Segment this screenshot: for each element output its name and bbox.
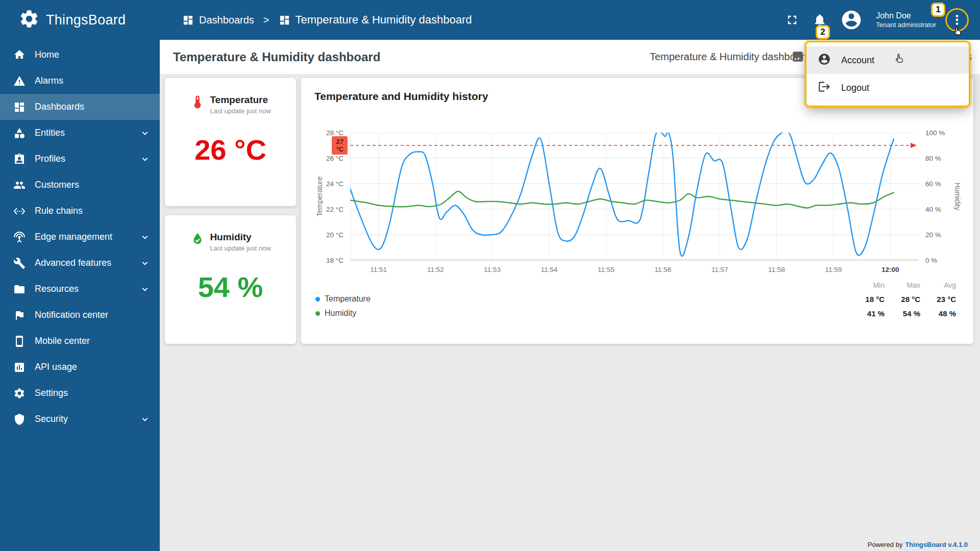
thingsboard-logo-icon xyxy=(18,8,40,32)
folder-icon xyxy=(13,283,26,295)
image-export-button[interactable] xyxy=(791,50,804,65)
temperature-subtitle: Last update just now xyxy=(210,107,271,115)
chart-canvas xyxy=(350,133,919,260)
dashboards-icon xyxy=(13,101,26,113)
menu-item-account[interactable]: Account xyxy=(806,46,969,74)
breadcrumb: Dashboards > Temperature & Humidity dash… xyxy=(182,13,472,27)
sidebar-item-settings[interactable]: Settings xyxy=(0,380,160,406)
sidebar-item-api-usage[interactable]: API usage xyxy=(0,354,160,380)
temperature-min: 18 °C xyxy=(849,295,885,304)
page-title: Temperature & Humidity dashboard xyxy=(173,50,380,64)
temperature-max: 28 °C xyxy=(885,295,920,304)
temperature-avg: 23 °C xyxy=(920,295,956,304)
sidebar-nav: Home Alarms Dashboards Entities Profiles… xyxy=(0,40,160,551)
user-dropdown-menu: Account Logout 2 xyxy=(806,42,969,106)
smartphone-icon xyxy=(13,335,26,347)
chart-legend: Min Max Avg Temperature 18 °C 28 °C 23 °… xyxy=(315,281,956,318)
sidebar-item-edge-management[interactable]: Edge management xyxy=(0,224,160,250)
rule-chain-icon xyxy=(13,205,26,217)
sidebar-item-home[interactable]: Home xyxy=(0,42,160,68)
more-vert-button[interactable] xyxy=(950,13,964,27)
chevron-down-icon xyxy=(139,232,151,243)
stat-header-max: Max xyxy=(885,281,920,289)
chevron-down-icon xyxy=(139,284,151,295)
wrench-icon xyxy=(13,257,26,269)
stat-header-min: Min xyxy=(849,281,885,289)
sidebar-item-advanced-features[interactable]: Advanced features xyxy=(0,250,160,276)
version-link[interactable]: ThingsBoard v.4.1.0 xyxy=(905,541,968,548)
sidebar-item-dashboards[interactable]: Dashboards xyxy=(0,94,160,120)
chevron-down-icon xyxy=(139,128,151,139)
legend-item-temperature[interactable]: Temperature xyxy=(315,294,849,304)
chart-title: Temperature and Humidity history xyxy=(314,90,488,103)
cursor-icon xyxy=(894,53,905,66)
dashboard-icon xyxy=(279,14,290,26)
breadcrumb-separator: > xyxy=(263,14,270,26)
thermometer-icon xyxy=(190,94,205,110)
legend-dot-humidity xyxy=(315,311,320,316)
humidity-min: 41 % xyxy=(849,309,885,318)
sidebar-item-resources[interactable]: Resources xyxy=(0,276,160,302)
sidebar-item-profiles[interactable]: Profiles xyxy=(0,146,160,172)
breadcrumb-dashboards[interactable]: Dashboards xyxy=(182,14,254,26)
breadcrumb-current-dashboard[interactable]: Temperature & Humidity dashboard xyxy=(279,13,472,27)
badge-icon xyxy=(13,153,26,165)
annotation-step-2-badge: 2 xyxy=(816,25,830,39)
dashboard-icon xyxy=(182,14,194,26)
chart-icon xyxy=(13,361,26,373)
user-role: Tenant administrator xyxy=(876,21,936,29)
humidity-max: 54 % xyxy=(885,309,920,318)
menu-item-logout[interactable]: Logout xyxy=(806,74,969,102)
threshold-label: 27 °C xyxy=(332,136,348,155)
chevron-down-icon xyxy=(139,414,151,425)
annotation-step-1-badge: 1 xyxy=(931,3,945,17)
antenna-icon xyxy=(13,231,26,243)
chevron-down-icon xyxy=(139,154,151,165)
sidebar-item-notification-center[interactable]: Notification center xyxy=(0,302,160,328)
dashboard-content: Temperature Last update just now 26 °C H… xyxy=(160,74,980,551)
y-axis-right-title: Humidity xyxy=(953,183,962,210)
user-info: John Doe Tenant administrator xyxy=(876,11,936,29)
home-icon xyxy=(13,49,26,61)
legend-dot-temperature xyxy=(315,297,320,302)
shield-icon xyxy=(13,413,26,425)
category-icon xyxy=(13,127,26,139)
app-name: ThingsBoard xyxy=(46,12,126,28)
temperature-widget-header: Temperature Last update just now xyxy=(165,94,296,115)
account-circle-icon xyxy=(840,9,863,31)
humidity-value: 54 % xyxy=(165,270,296,304)
gear-icon xyxy=(13,387,26,399)
history-chart-widget[interactable]: Temperature and Humidity history Tempera… xyxy=(301,78,973,344)
logout-icon xyxy=(818,80,831,96)
warning-icon xyxy=(13,75,26,87)
app-logo[interactable]: ThingsBoard xyxy=(0,8,160,32)
fullscreen-button[interactable] xyxy=(785,13,799,27)
cursor-icon xyxy=(952,26,963,38)
sidebar-item-alarms[interactable]: Alarms xyxy=(0,68,160,94)
stat-header-avg: Avg xyxy=(920,281,956,289)
sidebar-item-customers[interactable]: Customers xyxy=(0,172,160,198)
sidebar-item-mobile-center[interactable]: Mobile center xyxy=(0,328,160,354)
temperature-value: 26 °C xyxy=(165,133,296,166)
legend-item-humidity[interactable]: Humidity xyxy=(315,309,849,318)
y-axis-left-title: Temperature xyxy=(315,177,324,217)
humidity-widget-header: Humidity Last update just now xyxy=(165,232,296,252)
account-icon xyxy=(818,53,831,68)
sidebar-item-entities[interactable]: Entities xyxy=(0,120,160,146)
top-header: ThingsBoard Dashboards > Temperature & H… xyxy=(0,0,980,40)
temperature-widget[interactable]: Temperature Last update just now 26 °C xyxy=(165,78,296,206)
user-menu-anchor: 1 xyxy=(950,13,964,27)
sidebar-item-rule-chains[interactable]: Rule chains xyxy=(0,198,160,224)
avatar[interactable] xyxy=(840,9,863,31)
image-icon xyxy=(791,50,804,63)
flag-icon xyxy=(13,309,26,321)
humidity-widget[interactable]: Humidity Last update just now 54 % xyxy=(165,215,296,344)
more-vert-icon xyxy=(950,13,964,27)
humidity-avg: 48 % xyxy=(920,309,956,318)
fullscreen-icon xyxy=(785,13,799,27)
sidebar-item-security[interactable]: Security xyxy=(0,406,160,432)
line-chart-plot[interactable]: 28 °C26 °C24 °C22 °C20 °C18 °C 100 %80 %… xyxy=(350,133,919,260)
temperature-title: Temperature xyxy=(210,94,271,106)
water-drop-icon xyxy=(190,232,205,247)
humidity-title: Humidity xyxy=(210,232,271,243)
